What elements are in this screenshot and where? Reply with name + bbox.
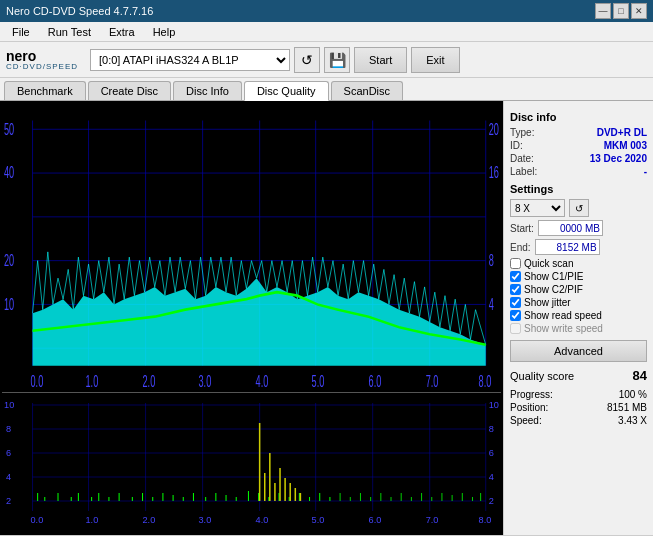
svg-text:16: 16 bbox=[489, 164, 499, 182]
end-mb-row: End: bbox=[510, 239, 647, 255]
main-content: 50 40 20 10 20 16 8 4 0.0 1.0 2.0 3.0 4.… bbox=[0, 101, 653, 535]
svg-text:20: 20 bbox=[489, 120, 499, 138]
tabs: Benchmark Create Disc Disc Info Disc Qua… bbox=[0, 78, 653, 101]
tab-disc-quality[interactable]: Disc Quality bbox=[244, 81, 329, 101]
speed-value: 3.43 X bbox=[618, 415, 647, 426]
show-jitter-checkbox[interactable] bbox=[510, 297, 521, 308]
start-label: Start: bbox=[510, 223, 534, 234]
maximize-button[interactable]: □ bbox=[613, 3, 629, 19]
quality-score-label: Quality score bbox=[510, 370, 574, 382]
svg-text:2: 2 bbox=[489, 496, 494, 506]
settings-title: Settings bbox=[510, 183, 647, 195]
menu-run-test[interactable]: Run Test bbox=[40, 25, 99, 39]
svg-text:5.0: 5.0 bbox=[312, 515, 325, 525]
advanced-button[interactable]: Advanced bbox=[510, 340, 647, 362]
speed-row: 8 X ↺ bbox=[510, 199, 647, 217]
svg-text:7.0: 7.0 bbox=[426, 515, 439, 525]
speed-label: Speed: bbox=[510, 415, 542, 426]
svg-text:40: 40 bbox=[4, 164, 14, 182]
disc-id-label: ID: bbox=[510, 140, 523, 151]
quality-score-row: Quality score 84 bbox=[510, 368, 647, 383]
disc-type-value: DVD+R DL bbox=[597, 127, 647, 138]
svg-text:20: 20 bbox=[4, 251, 14, 269]
disc-date-label: Date: bbox=[510, 153, 534, 164]
show-c1-pie-row: Show C1/PIE bbox=[510, 271, 647, 282]
svg-text:8: 8 bbox=[489, 424, 494, 434]
svg-text:8: 8 bbox=[489, 251, 494, 269]
end-input[interactable] bbox=[535, 239, 600, 255]
quick-scan-label: Quick scan bbox=[524, 258, 573, 269]
refresh-icon-button[interactable]: ↺ bbox=[294, 47, 320, 73]
quick-scan-row: Quick scan bbox=[510, 258, 647, 269]
exit-button[interactable]: Exit bbox=[411, 47, 459, 73]
title-bar: Nero CD-DVD Speed 4.7.7.16 — □ ✕ bbox=[0, 0, 653, 22]
svg-text:0.0: 0.0 bbox=[31, 372, 44, 390]
svg-text:6: 6 bbox=[6, 448, 11, 458]
svg-text:7.0: 7.0 bbox=[426, 372, 439, 390]
menu-file[interactable]: File bbox=[4, 25, 38, 39]
svg-text:8: 8 bbox=[6, 424, 11, 434]
svg-text:6.0: 6.0 bbox=[369, 515, 382, 525]
disc-label-label: Label: bbox=[510, 166, 537, 177]
close-button[interactable]: ✕ bbox=[631, 3, 647, 19]
svg-text:6: 6 bbox=[489, 448, 494, 458]
minimize-button[interactable]: — bbox=[595, 3, 611, 19]
disc-id-row: ID: MKM 003 bbox=[510, 140, 647, 151]
nero-logo-bottom: CD·DVD/SPEED bbox=[6, 63, 78, 71]
speed-select[interactable]: 8 X bbox=[510, 199, 565, 217]
quick-scan-checkbox[interactable] bbox=[510, 258, 521, 269]
show-c1-pie-label: Show C1/PIE bbox=[524, 271, 583, 282]
app-title: Nero CD-DVD Speed 4.7.7.16 bbox=[6, 5, 153, 17]
svg-text:2.0: 2.0 bbox=[143, 515, 156, 525]
lower-chart-svg: 10 8 6 4 2 10 8 6 4 2 0.0 1.0 2.0 3.0 4.… bbox=[2, 393, 501, 533]
tab-disc-info[interactable]: Disc Info bbox=[173, 81, 242, 100]
svg-text:4: 4 bbox=[489, 295, 494, 313]
svg-text:1.0: 1.0 bbox=[86, 515, 99, 525]
svg-text:50: 50 bbox=[4, 120, 14, 138]
disc-type-label: Type: bbox=[510, 127, 534, 138]
svg-text:5.0: 5.0 bbox=[312, 372, 325, 390]
speed-refresh-icon[interactable]: ↺ bbox=[569, 199, 589, 217]
show-c2-pif-row: Show C2/PIF bbox=[510, 284, 647, 295]
progress-value: 100 % bbox=[619, 389, 647, 400]
menu-extra[interactable]: Extra bbox=[101, 25, 143, 39]
show-read-speed-checkbox[interactable] bbox=[510, 310, 521, 321]
tab-benchmark[interactable]: Benchmark bbox=[4, 81, 86, 100]
show-write-speed-checkbox[interactable] bbox=[510, 323, 521, 334]
svg-text:4: 4 bbox=[489, 472, 494, 482]
show-read-speed-row: Show read speed bbox=[510, 310, 647, 321]
show-c2-pif-label: Show C2/PIF bbox=[524, 284, 583, 295]
show-c2-pif-checkbox[interactable] bbox=[510, 284, 521, 295]
start-mb-row: Start: bbox=[510, 220, 647, 236]
position-value: 8151 MB bbox=[607, 402, 647, 413]
show-jitter-label: Show jitter bbox=[524, 297, 571, 308]
svg-text:6.0: 6.0 bbox=[369, 372, 382, 390]
svg-text:0.0: 0.0 bbox=[31, 515, 44, 525]
nero-logo-top: nero bbox=[6, 49, 78, 63]
svg-text:4: 4 bbox=[6, 472, 11, 482]
svg-text:10: 10 bbox=[489, 400, 499, 410]
start-button[interactable]: Start bbox=[354, 47, 407, 73]
show-c1-pie-checkbox[interactable] bbox=[510, 271, 521, 282]
drive-select[interactable]: [0:0] ATAPI iHAS324 A BL1P bbox=[90, 49, 290, 71]
disc-info-title: Disc info bbox=[510, 111, 647, 123]
progress-row: Progress: 100 % bbox=[510, 389, 647, 400]
toolbar: nero CD·DVD/SPEED [0:0] ATAPI iHAS324 A … bbox=[0, 42, 653, 78]
tab-scan-disc[interactable]: ScanDisc bbox=[331, 81, 403, 100]
show-read-speed-label: Show read speed bbox=[524, 310, 602, 321]
end-label: End: bbox=[510, 242, 531, 253]
svg-text:8.0: 8.0 bbox=[479, 515, 492, 525]
save-icon-button[interactable]: 💾 bbox=[324, 47, 350, 73]
speed-row: Speed: 3.43 X bbox=[510, 415, 647, 426]
menu-bar: File Run Test Extra Help bbox=[0, 22, 653, 42]
disc-type-row: Type: DVD+R DL bbox=[510, 127, 647, 138]
tab-create-disc[interactable]: Create Disc bbox=[88, 81, 171, 100]
nero-logo: nero CD·DVD/SPEED bbox=[6, 49, 78, 71]
svg-text:3.0: 3.0 bbox=[199, 515, 212, 525]
disc-id-value: MKM 003 bbox=[604, 140, 647, 151]
start-input[interactable] bbox=[538, 220, 603, 236]
svg-text:3.0: 3.0 bbox=[199, 372, 212, 390]
menu-help[interactable]: Help bbox=[145, 25, 184, 39]
progress-section: Progress: 100 % Position: 8151 MB Speed:… bbox=[510, 389, 647, 426]
svg-text:1.0: 1.0 bbox=[86, 372, 99, 390]
